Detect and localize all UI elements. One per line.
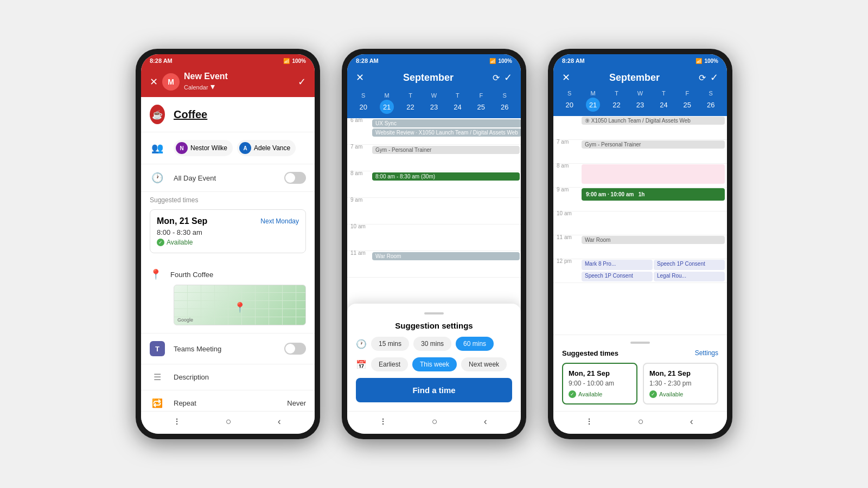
phone3-timeslots: ⑨ X1050 Launch Team / Digital Assets Web…	[553, 116, 727, 335]
event-gym[interactable]: Gym - Personal Trainer	[372, 146, 520, 154]
cal-date-20[interactable]: 20	[356, 100, 371, 114]
nav-menu-icon-3[interactable]: ⫶	[587, 416, 592, 427]
repeat-row[interactable]: 🔁 Repeat Never	[141, 390, 315, 411]
phone1-nav: ⫶ ○ ‹	[141, 411, 315, 434]
day-label-s1: S	[352, 91, 375, 100]
settings-link[interactable]: Settings	[695, 349, 718, 357]
phone-1: 8:28 AM 📶 100% ✕ M New Event Calendar ▾ …	[136, 49, 320, 439]
close-button-1[interactable]: ✕	[150, 76, 158, 88]
phone3-month: September	[570, 72, 699, 84]
nav-back-icon[interactable]: ‹	[278, 416, 281, 427]
map-preview[interactable]: 📍 Google	[174, 285, 306, 325]
location-row[interactable]: 📍 Fourth Coffee 📍 Google	[141, 261, 315, 333]
p3-timeslot-top: ⑨ X1050 Launch Team / Digital Assets Web	[553, 116, 727, 140]
nav-home-icon[interactable]: ○	[226, 416, 232, 427]
event-war-room[interactable]: War Room	[372, 252, 520, 260]
all-day-toggle[interactable]	[284, 172, 306, 184]
attendees-row[interactable]: 👥 N Nestor Wilke A Adele Vance	[141, 132, 315, 164]
all-day-label: All Day Event	[174, 174, 216, 182]
cal-date-25[interactable]: 25	[474, 100, 488, 114]
timeslot-6am: 6 am UX Sync Website Review · X1050 Laun…	[347, 118, 521, 145]
attendee-chip-2[interactable]: A Adele Vance	[237, 140, 296, 156]
chip-30mins[interactable]: 30 mins	[413, 337, 451, 351]
p3-event-warroom[interactable]: War Room	[582, 236, 725, 244]
cal-date-23[interactable]: 23	[427, 100, 441, 114]
time-2: 8:28 AM	[356, 57, 379, 64]
available-badge: Available	[157, 239, 299, 246]
time-card-available-2: Available	[649, 390, 712, 398]
chip-earliest[interactable]: Earliest	[371, 357, 408, 371]
p3-event-x1050[interactable]: ⑨ X1050 Launch Team / Digital Assets Web	[582, 117, 725, 125]
suggestion-card[interactable]: Mon, 21 Sep Next Monday 8:00 - 8:30 am A…	[150, 209, 306, 253]
find-time-button[interactable]: Find a time	[356, 378, 512, 402]
check-button-3[interactable]: ✓	[710, 72, 718, 84]
p3-cal-22[interactable]: 22	[610, 98, 624, 112]
event-coffee-time[interactable]: 8:00 am - 8:30 am (30m)	[372, 172, 520, 181]
suggested-times-title: Suggested times	[562, 349, 618, 357]
cal-date-26[interactable]: 26	[497, 100, 512, 114]
time-card-1[interactable]: Mon, 21 Sep 9:00 - 10:00 am Available	[562, 363, 637, 404]
chip-this-week[interactable]: This week	[412, 357, 457, 371]
time-3: 8:28 AM	[562, 57, 585, 64]
status-bar-2: 8:28 AM 📶 100%	[347, 54, 521, 67]
sheet-handle-3	[630, 342, 650, 344]
attendee-chip-1[interactable]: N Nestor Wilke	[174, 140, 233, 156]
p3-timeslot-11am: 11 am War Room	[553, 235, 727, 259]
p3-cal-20[interactable]: 20	[563, 98, 577, 112]
cal-date-21[interactable]: 21	[380, 100, 394, 114]
check-button-2[interactable]: ✓	[504, 72, 512, 84]
p3-cal-25[interactable]: 25	[680, 98, 694, 112]
battery-2: 100%	[498, 58, 512, 64]
nav-home-icon-3[interactable]: ○	[638, 416, 644, 427]
nav-back-icon-3[interactable]: ‹	[690, 416, 693, 427]
location-icon: 📍	[150, 268, 162, 280]
nav-home-icon-2[interactable]: ○	[432, 416, 438, 427]
duration-chip-row: 🕐 15 mins 30 mins 60 mins	[356, 337, 512, 351]
p3-cal-21[interactable]: 21	[586, 98, 600, 112]
sheet-title: Suggestion settings	[356, 321, 512, 330]
event-ux-sync[interactable]: UX Sync	[372, 119, 521, 127]
event-name[interactable]: Coffee	[174, 108, 207, 121]
p3-cal-26[interactable]: 26	[704, 98, 718, 112]
sync-icon-3[interactable]: ⟳	[699, 73, 706, 83]
nav-back-icon-2[interactable]: ‹	[484, 416, 487, 427]
time-card-time-1: 9:00 - 10:00 am	[569, 380, 631, 387]
nav-menu-icon-2[interactable]: ⫶	[381, 416, 386, 427]
cal-date-22[interactable]: 22	[404, 100, 418, 114]
calendar-body-2: 6 am UX Sync Website Review · X1050 Laun…	[347, 118, 521, 304]
check-button-1[interactable]: ✓	[298, 76, 306, 88]
close-button-3[interactable]: ✕	[562, 72, 570, 84]
description-label: Description	[174, 373, 209, 381]
time-card-2[interactable]: Mon, 21 Sep 1:30 - 2:30 pm Available	[643, 363, 718, 404]
map-brand-label: Google	[177, 317, 193, 323]
sync-icon-2[interactable]: ⟳	[493, 73, 500, 83]
p3-event-coffee-9am[interactable]: 9:00 am · 10:00 am 1h	[582, 188, 725, 201]
p3-cal-23[interactable]: 23	[633, 98, 647, 112]
chip-60mins[interactable]: 60 mins	[456, 337, 494, 351]
nav-menu-icon[interactable]: ⫶	[175, 416, 180, 427]
p3-timeslot-12pm: 12 pm Mark 8 Pro... Speech 1P Consent Sp…	[553, 259, 727, 283]
description-row[interactable]: ☰ Description	[141, 364, 315, 390]
p3-event-speech1[interactable]: Speech 1P Consent	[654, 260, 725, 270]
p3-event-gym[interactable]: Gym - Personal Trainer	[582, 140, 725, 149]
p3-cal-24[interactable]: 24	[656, 98, 671, 112]
wifi-icon-3: 📶	[695, 58, 702, 64]
event-website-review[interactable]: Website Review · X1050 Launch Team / Dig…	[372, 129, 521, 137]
wifi-icon-2: 📶	[489, 58, 496, 64]
p3-event-mark8[interactable]: Mark 8 Pro...	[582, 260, 653, 270]
close-button-2[interactable]: ✕	[356, 72, 364, 84]
attendee-avatar-1: N	[176, 142, 188, 154]
repeat-label: Repeat	[174, 399, 196, 407]
chip-next-week[interactable]: Next week	[461, 357, 507, 371]
status-bar-3: 8:28 AM 📶 100%	[553, 54, 727, 67]
phone2-month: September	[364, 72, 493, 84]
day-label-m: M	[375, 91, 398, 100]
teams-toggle[interactable]	[284, 343, 306, 355]
cal-date-24[interactable]: 24	[450, 100, 464, 114]
day-label-t2: T	[446, 91, 469, 100]
attendee-name-1: Nestor Wilke	[190, 144, 227, 152]
chip-15mins[interactable]: 15 mins	[371, 337, 409, 351]
p3-event-speech2[interactable]: Speech 1P Consent	[582, 272, 653, 282]
suggested-section: Suggested times Mon, 21 Sep Next Monday …	[141, 192, 315, 261]
p3-event-legal[interactable]: Legal Rou...	[654, 272, 725, 282]
